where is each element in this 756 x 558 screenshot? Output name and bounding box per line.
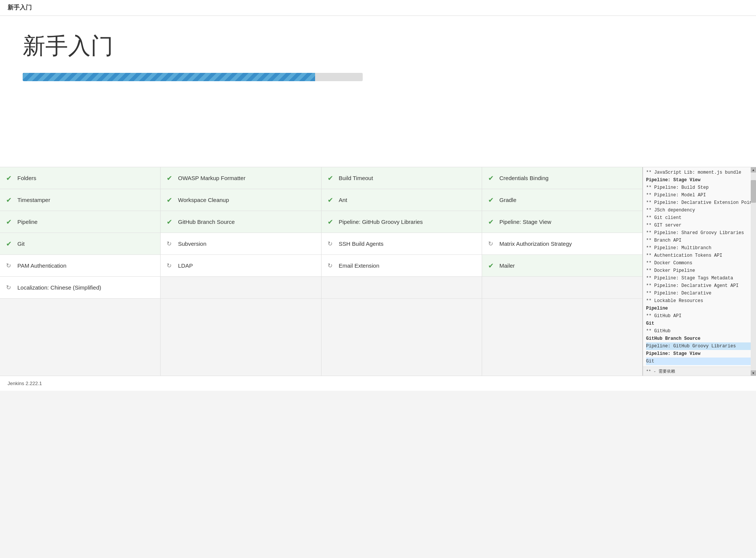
list-item: ✔Mailer	[482, 255, 642, 277]
sidebar-line: ** Authentication Tokens API	[646, 252, 753, 259]
list-item: ↻Email Extension	[322, 255, 482, 277]
sidebar-line: ** Branch API	[646, 237, 753, 244]
list-item: ↻SSH Build Agents	[322, 233, 482, 255]
plugin-name: Localization: Chinese (Simplified)	[17, 284, 101, 291]
sidebar-line: ** Pipeline: Declarative Extension Point…	[646, 199, 753, 207]
sidebar-line: ** Pipeline: Declarative Agent API	[646, 282, 753, 290]
list-item: ✔Ant	[322, 189, 482, 211]
sidebar-line: ** Pipeline: Shared Groovy Libraries	[646, 229, 753, 237]
sidebar-line: ** Docker Pipeline	[646, 267, 753, 274]
sidebar-line: Pipeline	[646, 305, 753, 312]
sidebar-line: ** JSch dependency	[646, 207, 753, 214]
list-item: ✔Pipeline: GitHub Groovy Libraries	[322, 211, 482, 233]
plugin-area: ✔Folders✔Timestamper✔Pipeline✔Git↻PAM Au…	[0, 167, 756, 376]
scroll-up-button[interactable]: ▲	[751, 167, 756, 173]
sidebar-line: ** GIT server	[646, 222, 753, 229]
sidebar-content: ** JavaScript Lib: moment.js bundlePipel…	[643, 167, 756, 367]
check-icon: ✔	[488, 262, 496, 270]
plugin-name: Pipeline: GitHub Groovy Libraries	[339, 218, 423, 226]
list-item	[161, 277, 321, 299]
plugin-col-4: ✔Credentials Binding✔Gradle✔Pipeline: St…	[482, 167, 642, 376]
plugin-name: OWASP Markup Formatter	[178, 174, 245, 182]
sidebar-line: Git	[646, 320, 753, 327]
main-content: 新手入门	[0, 16, 756, 167]
sidebar-line: ** GitHub	[646, 327, 753, 335]
right-sidebar: ** JavaScript Lib: moment.js bundlePipel…	[643, 167, 756, 376]
list-item: ✔Workspace Cleanup	[161, 189, 321, 211]
check-icon: ✔	[6, 196, 14, 204]
list-item: ✔Credentials Binding	[482, 167, 642, 189]
plugin-name: Git	[17, 240, 25, 248]
progress-bar	[23, 73, 315, 81]
check-icon: ✔	[488, 218, 496, 226]
sidebar-line: Pipeline: Stage View	[646, 176, 753, 184]
check-icon: ✔	[167, 218, 174, 226]
list-item: ✔Timestamper	[0, 189, 160, 211]
list-item: ✔Build Timeout	[322, 167, 482, 189]
list-item: ✔GitHub Branch Source	[161, 211, 321, 233]
check-icon: ✔	[6, 218, 14, 226]
plugin-name: Build Timeout	[339, 174, 373, 182]
sidebar-line: ** Docker Commons	[646, 259, 753, 267]
plugin-col-3: ✔Build Timeout✔Ant✔Pipeline: GitHub Groo…	[322, 167, 482, 376]
check-icon: ✔	[167, 196, 174, 204]
list-item	[482, 277, 642, 299]
plugin-name: Folders	[17, 174, 36, 182]
page-title: 新手入门	[23, 31, 733, 62]
check-icon: ✔	[167, 174, 174, 182]
sidebar-line: ** Pipeline: Stage Tags Metadata	[646, 274, 753, 282]
sidebar-line: Pipeline: Stage View	[646, 350, 753, 358]
list-item: ↻PAM Authentication	[0, 255, 160, 277]
list-item: ✔OWASP Markup Formatter	[161, 167, 321, 189]
nav-title: 新手入门	[8, 4, 32, 11]
plugin-name: Matrix Authorization Strategy	[499, 240, 572, 248]
plugin-name: Mailer	[499, 262, 515, 270]
sidebar-line: ** Pipeline: Multibranch	[646, 244, 753, 252]
sync-icon: ↻	[167, 262, 174, 269]
check-icon: ✔	[6, 174, 14, 182]
sidebar-line: GitHub Branch Source	[646, 335, 753, 342]
sidebar-scrollbar: ▲ ▼	[751, 167, 756, 376]
sync-icon: ↻	[6, 262, 14, 269]
top-nav: 新手入门	[0, 0, 756, 16]
sync-icon: ↻	[328, 262, 335, 269]
plugin-name: Pipeline: Stage View	[499, 218, 551, 226]
sync-icon: ↻	[488, 240, 496, 247]
list-item: ↻Localization: Chinese (Simplified)	[0, 277, 160, 299]
sidebar-line: ** Git client	[646, 214, 753, 222]
check-icon: ✔	[488, 174, 496, 182]
plugin-col-1: ✔Folders✔Timestamper✔Pipeline✔Git↻PAM Au…	[0, 167, 161, 376]
plugin-name: Gradle	[499, 196, 516, 204]
plugin-name: Email Extension	[339, 262, 380, 270]
scrollbar-track	[751, 173, 756, 370]
scroll-down-button[interactable]: ▼	[751, 370, 756, 376]
scrollbar-thumb[interactable]	[751, 180, 756, 203]
sidebar-line: ** JavaScript Lib: moment.js bundle	[646, 169, 753, 176]
list-item: ✔Gradle	[482, 189, 642, 211]
footer: Jenkins 2.222.1	[0, 376, 756, 391]
list-item: ✔Git	[0, 233, 160, 255]
jenkins-version: Jenkins 2.222.1	[8, 381, 42, 386]
plugin-name: GitHub Branch Source	[178, 218, 235, 226]
list-item: ↻Matrix Authorization Strategy	[482, 233, 642, 255]
check-icon: ✔	[6, 240, 14, 248]
list-item: ✔Folders	[0, 167, 160, 189]
sync-icon: ↻	[167, 240, 174, 247]
check-icon: ✔	[328, 174, 335, 182]
plugin-columns: ✔Folders✔Timestamper✔Pipeline✔Git↻PAM Au…	[0, 167, 643, 376]
list-item: ✔Pipeline	[0, 211, 160, 233]
plugin-name: Workspace Cleanup	[178, 196, 229, 204]
sync-icon: ↻	[328, 240, 335, 247]
list-item: ↻LDAP	[161, 255, 321, 277]
sidebar-line: ** Pipeline: Declarative	[646, 290, 753, 297]
sidebar-line: ** Pipeline: Model API	[646, 191, 753, 199]
plugin-name: Ant	[339, 196, 348, 204]
progress-container	[23, 73, 363, 81]
sidebar-legend: ** - 需要依赖	[643, 367, 756, 376]
plugin-name: Credentials Binding	[499, 174, 549, 182]
sidebar-line: ** Pipeline: Build Step	[646, 184, 753, 191]
plugin-name: SSH Build Agents	[339, 240, 383, 248]
list-item: ✔Pipeline: Stage View	[482, 211, 642, 233]
sidebar-line: ** Lockable Resources	[646, 297, 753, 305]
sidebar-line: Git	[646, 358, 753, 365]
